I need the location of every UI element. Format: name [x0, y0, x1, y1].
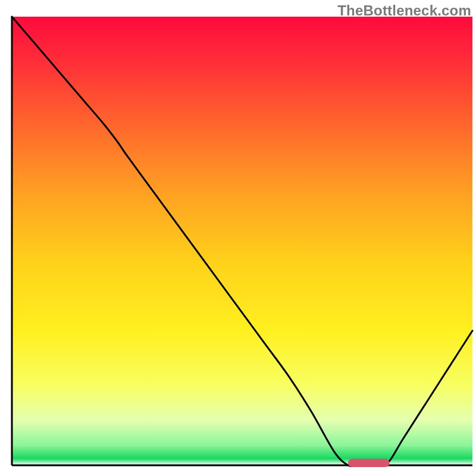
bottleneck-chart: TheBottleneck.com	[0, 0, 476, 476]
chart-canvas	[0, 0, 476, 476]
attribution-label: TheBottleneck.com	[337, 2, 471, 19]
plot-background	[12, 17, 472, 465]
optimal-marker	[348, 459, 390, 467]
